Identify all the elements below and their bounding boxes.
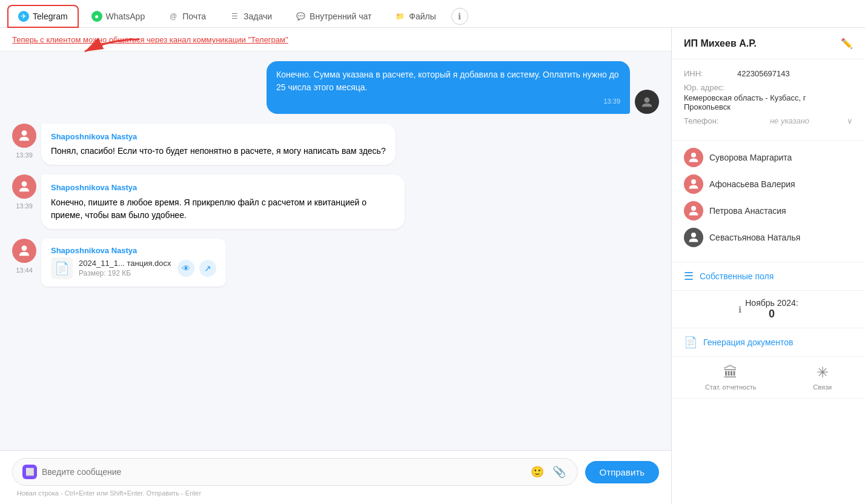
svg-point-6: [691, 179, 696, 184]
svg-point-4: [22, 245, 27, 251]
notification-text: Теперь с клиентом можно общаться через к…: [12, 35, 288, 44]
edit-icon[interactable]: ✏️: [841, 38, 853, 49]
contact-item-2: Афонасьева Валерия: [684, 174, 853, 194]
file-info: 📄 2024_11_1... танция.docx Размер: 192 К…: [51, 257, 216, 279]
files-icon: 📁: [394, 11, 405, 22]
incoming-content-file: Shaposhnikova Nastya 📄 2024_11_1... танц…: [41, 239, 226, 287]
message-incoming-file: 13:44 Shaposhnikova Nastya 📄 2024_11_1..…: [12, 239, 659, 287]
month-count: 0: [745, 308, 798, 320]
own-fields-icon: ☰: [684, 270, 694, 283]
phone-label: Телефон:: [684, 116, 732, 125]
contact-name-4: Севастьянова Наталья: [709, 233, 800, 242]
contact-name-3: Петрова Анастасия: [709, 206, 786, 216]
internal-chat-icon: 💬: [295, 11, 306, 22]
notification-bar: Теперь с клиентом можно общаться через к…: [0, 28, 671, 51]
incoming-time-1: 13:39: [12, 151, 36, 159]
stat-item[interactable]: 🏛 Стат. отчетность: [705, 364, 757, 391]
avatar-incoming-file: [12, 239, 36, 263]
inn-value: 422305697143: [737, 69, 790, 78]
input-wrapper: ⬜ 🙂 📎: [12, 458, 578, 486]
incoming-time-2: 13:39: [12, 202, 36, 210]
contact-item-3: Петрова Анастасия: [684, 201, 853, 220]
svg-point-3: [22, 181, 27, 187]
contact-title: ИП Михеев А.Р.: [684, 38, 757, 49]
tab-mail[interactable]: @ Почта: [157, 5, 216, 27]
own-fields-section[interactable]: ☰ Собственные поля: [672, 262, 865, 291]
attach-button[interactable]: 📎: [551, 463, 568, 480]
gen-docs-label: Генерация документов: [703, 337, 794, 347]
file-sender-name: Shaposhnikova Nastya: [51, 246, 216, 255]
bubble-outgoing-1: Конечно. Сумма указана в расчете, которы…: [267, 61, 630, 114]
file-view-button[interactable]: 👁: [177, 260, 194, 277]
own-fields-label: Собственные поля: [700, 271, 774, 281]
telegram-icon: ✈: [18, 11, 29, 22]
tasks-icon: ☰: [229, 11, 240, 22]
month-label: Ноябрь 2024:: [745, 298, 798, 308]
message-incoming-1: 13:39 Shaposhnikova Nastya Понял, спасиб…: [12, 124, 659, 165]
contact-name-1: Суворова Маргарита: [709, 153, 792, 162]
svg-point-8: [691, 233, 696, 237]
input-row: ⬜ 🙂 📎 Отправить: [12, 458, 659, 486]
gen-docs-section[interactable]: 📄 Генерация документов: [672, 328, 865, 357]
input-area: ⬜ 🙂 📎 Отправить Новая строка - Ctrl+Ente…: [0, 450, 671, 504]
avatar-outgoing-1: [635, 90, 659, 114]
contact-item-1: Суворова Маргарита: [684, 148, 853, 167]
main-area: Теперь с клиентом можно общаться через к…: [0, 28, 865, 504]
file-name: 2024_11_1... танция.docx: [79, 259, 171, 268]
tab-files[interactable]: 📁 Файлы: [384, 5, 446, 27]
file-meta: 2024_11_1... танция.docx Размер: 192 КБ: [79, 259, 171, 277]
contact-avatar-1: [684, 148, 703, 167]
address-label: Юр. адрес:: [684, 83, 853, 92]
info-circle-icon: ℹ: [738, 305, 741, 314]
phone-value: не указано: [770, 116, 809, 125]
avatar-incoming-1: [12, 124, 36, 148]
phone-row: Телефон: не указано ∨: [684, 116, 853, 125]
incoming-avatar-group-2: 13:39: [12, 174, 36, 210]
sender-name-2: Shaposhnikova Nastya: [51, 182, 395, 194]
svg-point-5: [691, 153, 696, 158]
send-button[interactable]: Отправить: [585, 461, 659, 483]
incoming-content-1: Shaposhnikova Nastya Понял, спасибо! Есл…: [41, 124, 396, 165]
sender-name-1: Shaposhnikova Nastya: [51, 131, 386, 143]
info-icon-button[interactable]: ℹ: [451, 8, 468, 25]
links-item[interactable]: ✳ Связи: [813, 364, 832, 391]
tab-tasks[interactable]: ☰ Задачи: [219, 5, 282, 27]
file-doc-icon: 📄: [51, 257, 73, 279]
incoming-content-2: Shaposhnikova Nastya Конечно, пишите в л…: [41, 174, 405, 229]
outgoing-bubble-1: Конечно. Сумма указана в расчете, которы…: [267, 61, 630, 114]
right-header: ИП Михеев А.Р. ✏️: [672, 28, 865, 59]
address-row: Юр. адрес: Кемеровская область - Кузбасс…: [684, 83, 853, 111]
phone-chevron-icon[interactable]: ∨: [847, 116, 853, 125]
incoming-avatar-group-file: 13:44: [12, 239, 36, 274]
contact-avatar-2: [684, 174, 703, 194]
file-share-button[interactable]: ↗: [199, 260, 216, 277]
tab-telegram-label: Telegram: [33, 12, 68, 21]
emoji-button[interactable]: 🙂: [529, 463, 546, 480]
tab-tasks-label: Задачи: [244, 12, 272, 21]
links-icon: ✳: [817, 364, 829, 381]
svg-point-7: [691, 206, 696, 211]
tab-telegram[interactable]: ✈ Telegram: [7, 5, 79, 28]
tab-whatsapp[interactable]: ● WhatsApp: [81, 5, 156, 27]
right-info: ИНН: 422305697143 Юр. адрес: Кемеровская…: [672, 59, 865, 141]
contact-avatar-3: [684, 201, 703, 220]
incoming-text-1: Понял, спасибо! Если что-то будет непоня…: [51, 146, 386, 156]
message-outgoing-1: Конечно. Сумма указана в расчете, которы…: [12, 61, 659, 114]
svg-point-2: [22, 130, 27, 136]
incoming-time-file: 13:44: [12, 267, 36, 274]
message-input[interactable]: [42, 467, 524, 477]
message-incoming-2: 13:39 Shaposhnikova Nastya Конечно, пиши…: [12, 174, 659, 229]
contact-name-2: Афонасьева Валерия: [709, 179, 795, 189]
contact-avatar-4: [684, 228, 703, 247]
contact-item-4: Севастьянова Наталья: [684, 228, 853, 247]
tab-internal-chat[interactable]: 💬 Внутренний чат: [285, 5, 382, 27]
chat-area: Теперь с клиентом можно общаться через к…: [0, 28, 671, 504]
tab-whatsapp-label: WhatsApp: [106, 12, 145, 21]
incoming-avatar-group-1: 13:39: [12, 124, 36, 159]
avatar-incoming-2: [12, 174, 36, 199]
gen-docs-icon: 📄: [684, 336, 697, 349]
bubble-incoming-1: Shaposhnikova Nastya Понял, спасибо! Есл…: [41, 124, 396, 165]
file-actions: 👁 ↗: [177, 260, 216, 277]
tab-internal-label: Внутренний чат: [310, 12, 371, 21]
stat-label: Стат. отчетность: [705, 383, 757, 391]
